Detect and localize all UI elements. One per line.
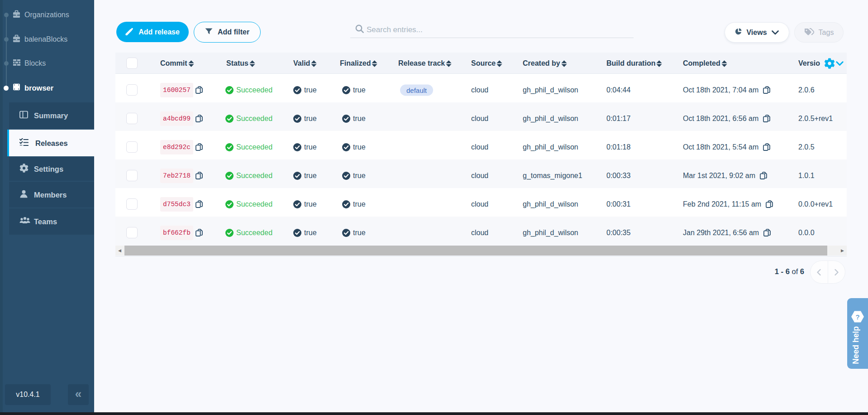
svg-text:?: ?	[855, 313, 859, 321]
